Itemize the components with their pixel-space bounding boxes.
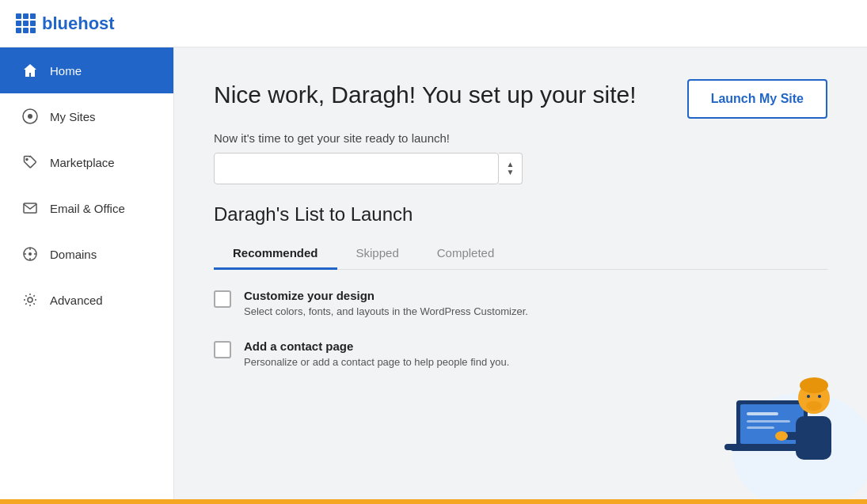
main-content: Nice work, Daragh! You set up your site!… bbox=[174, 47, 867, 499]
logo-area: bluehost bbox=[16, 13, 115, 34]
list-title: Daragh's List to Launch bbox=[214, 203, 827, 225]
tab-skipped[interactable]: Skipped bbox=[337, 238, 418, 270]
sidebar-item-domains[interactable]: Domains bbox=[0, 231, 173, 277]
home-icon bbox=[21, 62, 39, 79]
checklist-text-add-contact-page: Add a contact page Personalize or add a … bbox=[244, 339, 509, 368]
tab-completed[interactable]: Completed bbox=[418, 238, 514, 270]
email-icon bbox=[21, 199, 39, 217]
wordpress-icon bbox=[21, 108, 39, 125]
main-layout: Home My Sites Marketplace bbox=[0, 47, 867, 499]
logo-text: bluehost bbox=[42, 13, 115, 34]
svg-point-5 bbox=[29, 252, 32, 256]
spinner-down-icon[interactable]: ▼ bbox=[507, 169, 515, 176]
sidebar-label-marketplace: Marketplace bbox=[50, 156, 115, 169]
svg-point-2 bbox=[26, 159, 28, 161]
sidebar-item-home[interactable]: Home bbox=[0, 47, 173, 93]
svg-rect-3 bbox=[24, 203, 36, 213]
sidebar-item-marketplace[interactable]: Marketplace bbox=[0, 139, 173, 185]
compass-icon bbox=[21, 245, 39, 263]
sidebar-item-advanced[interactable]: Advanced bbox=[0, 277, 173, 323]
svg-rect-15 bbox=[747, 412, 778, 415]
svg-rect-16 bbox=[747, 420, 790, 423]
svg-point-24 bbox=[806, 401, 822, 411]
tabs-bar: Recommended Skipped Completed bbox=[214, 238, 827, 270]
logo-grid-icon bbox=[16, 13, 36, 33]
launch-site-button[interactable]: Launch My Site bbox=[687, 79, 827, 119]
svg-point-23 bbox=[818, 395, 821, 398]
sidebar-label-advanced: Advanced bbox=[50, 294, 103, 307]
site-selector-row: ▲ ▼ bbox=[214, 153, 827, 184]
top-bar: bluehost bbox=[0, 0, 867, 47]
illustration-area bbox=[661, 341, 867, 499]
sidebar-item-email-office[interactable]: Email & Office bbox=[0, 185, 173, 231]
sidebar-label-home: Home bbox=[50, 64, 82, 78]
sidebar-label-domains: Domains bbox=[50, 248, 97, 261]
site-dropdown[interactable] bbox=[214, 153, 499, 184]
sidebar-label-email-office: Email & Office bbox=[50, 202, 125, 215]
bottom-accent-bar bbox=[0, 499, 867, 504]
checklist-title-add-contact-page: Add a contact page bbox=[244, 339, 509, 353]
svg-rect-17 bbox=[747, 426, 774, 429]
svg-point-22 bbox=[807, 395, 810, 398]
svg-point-26 bbox=[775, 431, 788, 441]
gear-icon bbox=[21, 291, 39, 309]
checklist-title-customize-design: Customize your design bbox=[244, 289, 528, 302]
svg-point-1 bbox=[28, 114, 32, 119]
tab-recommended[interactable]: Recommended bbox=[214, 238, 337, 270]
sidebar-item-my-sites[interactable]: My Sites bbox=[0, 93, 173, 139]
checkbox-add-contact-page[interactable] bbox=[214, 341, 231, 358]
svg-point-10 bbox=[28, 297, 32, 302]
sidebar: Home My Sites Marketplace bbox=[0, 47, 174, 499]
sidebar-label-my-sites: My Sites bbox=[50, 110, 96, 123]
content-header: Nice work, Daragh! You set up your site!… bbox=[214, 79, 827, 119]
checkbox-customize-design[interactable] bbox=[214, 290, 231, 308]
checklist-item-customize-design: Customize your design Select colors, fon… bbox=[214, 289, 827, 317]
checklist-text-customize-design: Customize your design Select colors, fon… bbox=[244, 289, 528, 317]
checklist-subtitle-add-contact-page: Personalize or add a contact page to hel… bbox=[244, 356, 509, 368]
checklist-subtitle-customize-design: Select colors, fonts, and layouts in the… bbox=[244, 305, 528, 317]
spinner-control[interactable]: ▲ ▼ bbox=[499, 153, 523, 184]
svg-rect-19 bbox=[796, 416, 831, 460]
page-heading: Nice work, Daragh! You set up your site! bbox=[214, 79, 637, 110]
svg-point-21 bbox=[800, 377, 828, 393]
tag-icon bbox=[21, 153, 39, 171]
subtitle-text: Now it's time to get your site ready to … bbox=[214, 131, 827, 145]
